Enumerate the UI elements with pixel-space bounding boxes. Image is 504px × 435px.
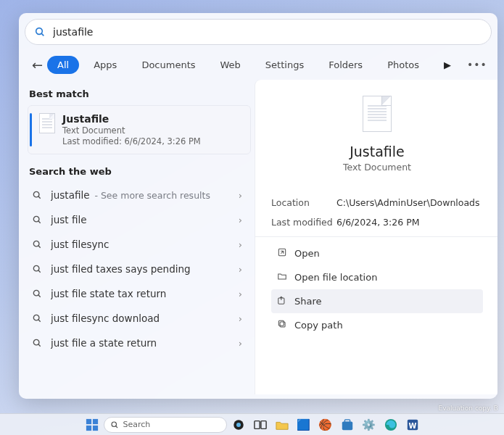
web-result-text: just filesync xyxy=(51,239,233,250)
details-pane: Justafile Text Document Location C:\User… xyxy=(255,80,497,394)
chevron-right-icon: › xyxy=(233,338,248,349)
web-result[interactable]: just filed taxes says pending › xyxy=(28,257,251,281)
action-share[interactable]: Share xyxy=(271,289,483,313)
tab-apps[interactable]: Apps xyxy=(83,56,127,74)
best-match-header: Best match xyxy=(29,88,251,99)
web-result[interactable]: just file state tax return › xyxy=(28,281,251,306)
results-pane: Best match Justafile Text Document Last … xyxy=(19,80,255,394)
start-search-popup: ← All Apps Documents Web Settings Folder… xyxy=(19,13,497,399)
tab-web[interactable]: Web xyxy=(210,56,251,74)
copy-icon xyxy=(277,319,294,331)
taskbar-app-icon[interactable]: 🟦 xyxy=(294,416,314,434)
svg-point-8 xyxy=(33,265,39,271)
action-open[interactable]: Open xyxy=(271,241,483,265)
watermark-text: Evaluation copy. B xyxy=(439,405,498,412)
svg-line-25 xyxy=(115,426,117,427)
search-icon xyxy=(32,289,42,299)
tab-folders[interactable]: Folders xyxy=(318,56,373,74)
share-icon xyxy=(277,295,294,307)
web-result[interactable]: just filesync download › xyxy=(28,306,251,331)
taskbar-explorer-icon[interactable] xyxy=(272,416,292,434)
svg-rect-18 xyxy=(280,322,285,327)
svg-rect-29 xyxy=(260,420,265,428)
search-bar[interactable] xyxy=(25,19,492,45)
chevron-right-icon: › xyxy=(233,239,248,250)
action-open-label: Open xyxy=(294,248,320,259)
search-icon xyxy=(32,313,42,323)
action-copy-path-label: Copy path xyxy=(294,320,343,331)
best-match-result[interactable]: Justafile Text Document Last modified: 6… xyxy=(28,105,251,154)
tab-settings[interactable]: Settings xyxy=(255,56,314,74)
svg-point-6 xyxy=(33,241,39,246)
taskbar-word-icon[interactable]: W xyxy=(402,416,423,434)
svg-rect-19 xyxy=(278,320,284,326)
best-match-title: Justafile xyxy=(62,113,201,125)
web-result[interactable]: justafile - See more search results › xyxy=(28,183,251,207)
taskbar-settings-icon[interactable]: ⚙️ xyxy=(359,416,379,434)
svg-line-1 xyxy=(41,33,44,36)
taskbar-taskview-icon[interactable] xyxy=(250,416,270,434)
svg-rect-23 xyxy=(92,425,97,430)
web-result[interactable]: just file › xyxy=(28,207,251,232)
file-metadata: Location C:\Users\AdminUser\Downloads La… xyxy=(271,197,483,228)
back-button[interactable]: ← xyxy=(32,57,43,72)
start-button[interactable] xyxy=(82,416,102,434)
tab-documents[interactable]: Documents xyxy=(131,56,205,74)
svg-point-10 xyxy=(33,290,39,296)
web-result[interactable]: just file a state return › xyxy=(28,331,251,355)
folder-icon xyxy=(277,271,294,283)
web-result-text: just filed taxes says pending xyxy=(51,263,233,275)
best-match-modified: Last modified: 6/6/2024, 3:26 PM xyxy=(62,136,201,146)
taskbar-search-placeholder: Search xyxy=(123,420,151,429)
search-input[interactable] xyxy=(46,26,485,38)
search-icon xyxy=(32,215,42,225)
taskbar-copilot-icon[interactable] xyxy=(228,416,249,434)
web-results-list: justafile - See more search results › ju… xyxy=(28,183,251,355)
meta-location-value[interactable]: C:\Users\AdminUser\Downloads xyxy=(336,197,480,208)
web-result-text: justafile xyxy=(51,189,89,201)
svg-line-5 xyxy=(38,221,41,223)
chevron-right-icon: › xyxy=(233,289,248,299)
taskbar-search[interactable]: Search xyxy=(104,417,227,433)
svg-line-3 xyxy=(38,196,41,199)
svg-point-12 xyxy=(33,315,39,320)
svg-point-0 xyxy=(36,28,43,35)
web-result-text: just file a state return xyxy=(51,337,233,349)
web-result-text: just file xyxy=(51,214,233,225)
svg-line-11 xyxy=(38,295,41,297)
svg-point-14 xyxy=(33,339,39,345)
meta-modified-value: 6/6/2024, 3:26 PM xyxy=(336,217,419,228)
svg-rect-21 xyxy=(92,418,97,423)
search-icon xyxy=(32,190,42,200)
more-icon[interactable]: ••• xyxy=(461,59,493,70)
svg-point-27 xyxy=(236,423,241,427)
search-icon xyxy=(32,338,42,348)
svg-text:W: W xyxy=(408,421,416,429)
best-match-type: Text Document xyxy=(62,125,201,136)
svg-rect-28 xyxy=(254,420,259,428)
action-open-location[interactable]: Open file location xyxy=(271,265,483,289)
taskbar[interactable]: Search 🟦 🏀 ⚙️ W xyxy=(0,413,504,435)
action-copy-path[interactable]: Copy path xyxy=(271,313,483,337)
svg-rect-31 xyxy=(344,419,350,422)
web-result-text: just filesync download xyxy=(51,312,233,324)
svg-line-13 xyxy=(38,320,41,322)
taskbar-app-icon[interactable]: 🏀 xyxy=(315,416,336,434)
svg-rect-20 xyxy=(86,418,91,423)
taskbar-store-icon[interactable] xyxy=(337,416,358,434)
search-icon xyxy=(34,26,46,38)
search-icon xyxy=(32,264,42,274)
search-icon xyxy=(32,239,42,249)
chevron-right-icon: › xyxy=(233,215,248,225)
svg-point-24 xyxy=(112,422,117,427)
meta-modified-label: Last modified xyxy=(271,217,336,228)
taskbar-edge-icon[interactable] xyxy=(381,416,401,434)
play-icon[interactable]: ▶ xyxy=(438,59,457,70)
tab-photos[interactable]: Photos xyxy=(377,56,429,74)
tab-all[interactable]: All xyxy=(47,56,79,74)
divider xyxy=(255,236,497,237)
file-preview-icon xyxy=(363,96,392,132)
open-icon xyxy=(277,247,294,260)
web-result-extra: - See more search results xyxy=(91,190,210,201)
web-result[interactable]: just filesync › xyxy=(28,232,251,257)
